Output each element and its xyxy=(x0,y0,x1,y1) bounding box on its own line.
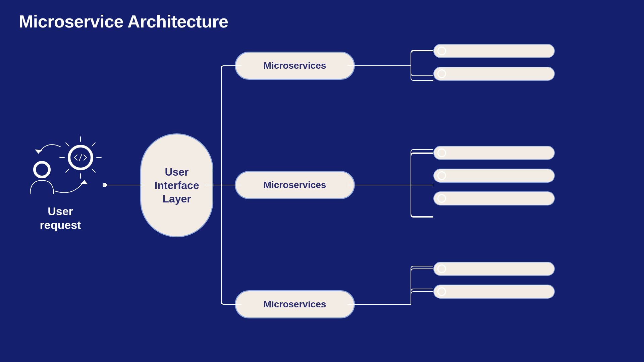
svg-line-20 xyxy=(92,169,95,172)
svg-marker-26 xyxy=(80,180,88,184)
microservice-c-label: Microservices xyxy=(264,299,326,310)
microservice-b-node: Microservices xyxy=(235,171,355,199)
capsule-dot-icon xyxy=(437,47,446,55)
capsule-dot-icon xyxy=(437,171,446,180)
capsule xyxy=(433,262,555,276)
svg-line-22 xyxy=(66,169,69,172)
capsule xyxy=(433,67,555,81)
svg-line-21 xyxy=(92,143,95,146)
ui-layer-node: UserInterfaceLayer xyxy=(140,133,213,237)
capsule-dot-icon xyxy=(437,287,446,296)
ui-layer-label: UserInterfaceLayer xyxy=(154,165,199,205)
capsule-dot-icon xyxy=(437,194,446,203)
capsule xyxy=(433,44,555,58)
svg-point-13 xyxy=(35,162,49,177)
capsule xyxy=(433,146,555,160)
capsule-dot-icon xyxy=(437,69,446,78)
microservice-a-node: Microservices xyxy=(235,52,355,80)
capsule xyxy=(433,169,555,183)
svg-marker-25 xyxy=(35,149,42,154)
capsule xyxy=(433,191,555,205)
microservice-c-node: Microservices xyxy=(235,290,355,318)
capsule xyxy=(433,285,555,299)
microservice-a-label: Microservices xyxy=(264,60,326,71)
capsules-a xyxy=(433,44,555,81)
capsules-b xyxy=(433,146,555,205)
user-request-label: Userrequest xyxy=(30,204,91,232)
diagram-title: Microservice Architecture xyxy=(19,11,228,32)
capsules-c xyxy=(433,262,555,299)
svg-line-19 xyxy=(66,143,69,146)
capsule-dot-icon xyxy=(437,148,446,157)
user-request-icon xyxy=(23,133,104,200)
capsule-dot-icon xyxy=(437,264,446,273)
microservice-b-label: Microservices xyxy=(264,180,326,190)
